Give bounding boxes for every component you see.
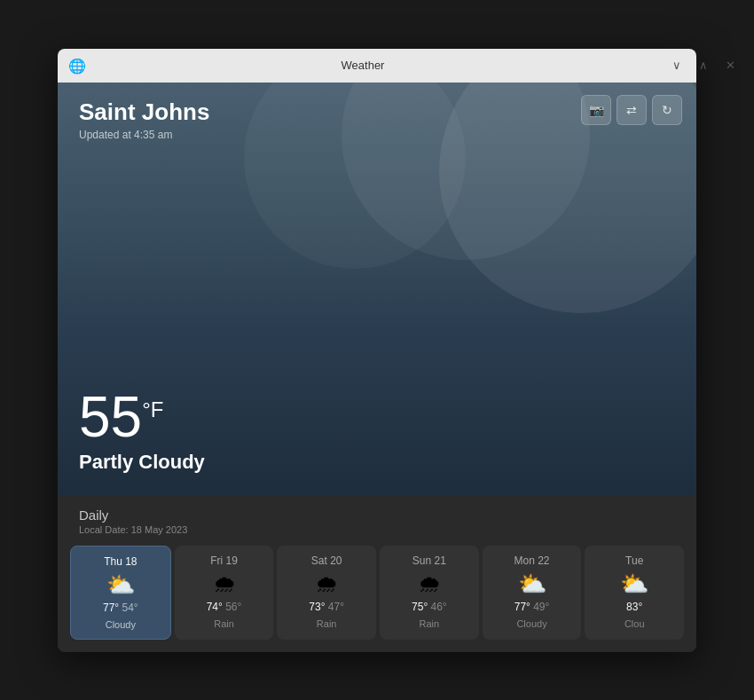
day-temps-3: 75° 46°	[412, 601, 447, 613]
day-label-2: Sat 20	[311, 554, 342, 567]
decoration-circle	[244, 83, 466, 269]
day-icon-1: 🌧	[213, 572, 236, 595]
temp-low-1: 56°	[225, 601, 241, 613]
temp-high-3: 75°	[412, 601, 430, 613]
location-header: Saint Johns Updated at 4:35 am	[79, 98, 209, 141]
day-condition-5: Clou	[624, 618, 645, 629]
temperature-display: 55°F	[79, 389, 205, 445]
day-condition-4: Cloudy	[516, 618, 546, 629]
temp-high-0: 77°	[103, 602, 122, 614]
daily-header: Daily Local Date: 18 May 2023	[58, 495, 696, 539]
current-condition: Partly Cloudy	[79, 451, 205, 474]
day-label-0: Thu 18	[104, 555, 137, 568]
temp-high-1: 74°	[207, 601, 225, 613]
window-title: Weather	[93, 59, 632, 72]
settings-button[interactable]: ⇄	[617, 95, 647, 125]
weather-window: 🌐 Weather ∨ ∧ ✕ Saint Johns Updated at 4…	[58, 49, 696, 652]
titlebar: 🌐 Weather ∨ ∧ ✕	[58, 49, 696, 83]
updated-text: Updated at 4:35 am	[79, 129, 209, 141]
day-condition-2: Rain	[317, 618, 337, 629]
maximize-button[interactable]: ∧	[695, 57, 696, 74]
day-icon-2: 🌧	[315, 572, 338, 595]
day-card-4[interactable]: Mon 22⛅77° 49°Cloudy	[483, 546, 582, 640]
day-temps-1: 74° 56°	[207, 601, 242, 613]
day-icon-5: ⛅	[620, 572, 648, 595]
header-buttons: 📷 ⇄ ↻	[581, 95, 682, 125]
day-temps-2: 73° 47°	[309, 601, 344, 613]
temp-low-2: 47°	[328, 601, 344, 613]
settings-icon: ⇄	[626, 103, 637, 117]
app-icon: 🌐	[68, 58, 84, 74]
day-card-2[interactable]: Sat 20🌧73° 47°Rain	[277, 546, 376, 640]
location-name: Saint Johns	[79, 98, 209, 126]
day-condition-0: Cloudy	[106, 619, 136, 630]
day-condition-1: Rain	[214, 618, 234, 629]
weather-main: 55°F Partly Cloudy	[79, 389, 205, 474]
day-card-0[interactable]: Thu 18⛅77° 54°Cloudy	[70, 546, 171, 640]
day-card-3[interactable]: Sun 21🌧75° 46°Rain	[380, 546, 479, 640]
day-icon-0: ⛅	[106, 573, 135, 596]
temp-low-4: 49°	[533, 601, 549, 613]
day-label-1: Fri 19	[210, 554, 238, 567]
temperature-unit: °F	[142, 397, 163, 421]
day-label-3: Sun 21	[412, 554, 446, 567]
day-label-4: Mon 22	[514, 554, 550, 567]
day-temps-0: 77° 54°	[103, 602, 138, 614]
day-temps-4: 77° 49°	[514, 601, 550, 613]
temp-high-4: 77°	[514, 601, 533, 613]
day-condition-3: Rain	[420, 618, 440, 629]
refresh-button[interactable]: ↻	[652, 95, 682, 125]
temp-high-2: 73°	[309, 601, 327, 613]
day-card-1[interactable]: Fri 19🌧74° 56°Rain	[175, 546, 274, 640]
daily-section: Daily Local Date: 18 May 2023 Thu 18⛅77°…	[58, 495, 696, 652]
daily-title: Daily	[79, 507, 675, 523]
weather-top: Saint Johns Updated at 4:35 am 📷 ⇄ ↻ 55°…	[58, 83, 696, 495]
minimize-button[interactable]: ∨	[668, 57, 686, 74]
map-icon: 📷	[589, 103, 604, 117]
temperature-value: 55	[79, 385, 142, 449]
weather-content: Saint Johns Updated at 4:35 am 📷 ⇄ ↻ 55°…	[58, 83, 696, 652]
refresh-icon: ↻	[662, 103, 672, 117]
temp-high-5: 83°	[626, 601, 642, 613]
day-card-5[interactable]: Tue⛅83° Clou	[585, 546, 684, 640]
day-icon-4: ⛅	[518, 572, 546, 595]
day-temps-5: 83°	[626, 601, 642, 613]
daily-date: Local Date: 18 May 2023	[79, 524, 675, 535]
day-icon-3: 🌧	[418, 572, 441, 595]
temp-low-3: 46°	[431, 601, 447, 613]
daily-cards: Thu 18⛅77° 54°CloudyFri 19🌧74° 56°RainSa…	[58, 539, 696, 652]
map-button[interactable]: 📷	[581, 95, 611, 125]
day-label-5: Tue	[625, 554, 643, 567]
temp-low-0: 54°	[122, 602, 138, 614]
